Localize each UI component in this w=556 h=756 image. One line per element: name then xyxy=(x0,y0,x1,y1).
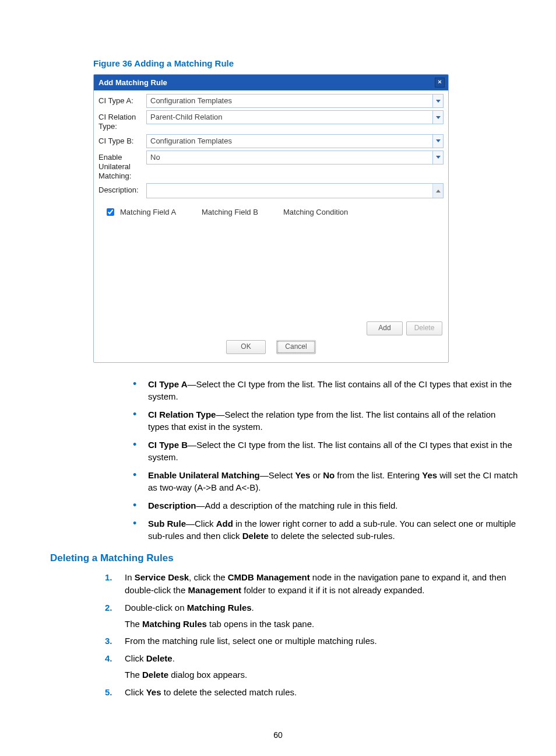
ci-relation-type-dropdown[interactable]: Parent-Child Relation xyxy=(146,110,444,124)
list-item: CI Type A—Select the CI type from the li… xyxy=(148,378,524,402)
enable-unilateral-value: No xyxy=(147,151,432,164)
ok-button[interactable]: OK xyxy=(226,340,266,354)
delete-button[interactable]: Delete xyxy=(406,321,442,335)
ci-relation-type-value: Parent-Child Relation xyxy=(147,111,432,124)
step-text: In Service Desk, click the CMDB Manageme… xyxy=(125,571,524,597)
step-text: Click Delete.The Delete dialog box appea… xyxy=(125,652,524,681)
procedure-step: 3.From the matching rule list, select on… xyxy=(125,635,524,648)
list-item: Description—Add a description of the mat… xyxy=(148,499,524,512)
step-number: 2. xyxy=(105,601,125,631)
procedure-step: 1.In Service Desk, click the CMDB Manage… xyxy=(125,571,524,597)
ci-type-a-label: CI Type A: xyxy=(98,94,146,106)
step-number: 4. xyxy=(105,652,125,681)
ci-type-b-dropdown[interactable]: Configuration Templates xyxy=(146,134,444,148)
list-item: CI Relation Type—Select the relation typ… xyxy=(148,408,524,433)
select-all-checkbox[interactable] xyxy=(107,208,114,216)
description-label: Description: xyxy=(98,183,146,195)
description-input[interactable] xyxy=(146,183,444,198)
col-matching-condition: Matching Condition xyxy=(283,208,442,216)
col-matching-field-b: Matching Field B xyxy=(202,208,283,216)
chevron-down-icon[interactable] xyxy=(432,135,443,148)
cancel-button[interactable]: Cancel xyxy=(276,340,316,354)
ci-type-a-value: Configuration Templates xyxy=(147,94,432,107)
section-heading: Deleting a Matching Rules xyxy=(50,552,524,564)
add-matching-rule-dialog: Add Matching Rule × CI Type A: Configura… xyxy=(93,74,449,363)
step-text: Click Yes to delete the selected match r… xyxy=(125,686,524,699)
procedure-steps: 1.In Service Desk, click the CMDB Manage… xyxy=(125,571,524,698)
step-text: From the matching rule list, select one … xyxy=(125,635,524,648)
step-number: 1. xyxy=(105,571,125,597)
ci-type-a-dropdown[interactable]: Configuration Templates xyxy=(146,94,444,108)
subrule-grid-header: Matching Field A Matching Field B Matchi… xyxy=(98,204,444,220)
chevron-down-icon[interactable] xyxy=(432,94,443,107)
chevron-down-icon[interactable] xyxy=(432,151,443,164)
col-matching-field-a: Matching Field A xyxy=(120,208,202,216)
add-button[interactable]: Add xyxy=(367,321,403,335)
step-number: 5. xyxy=(105,686,125,699)
ci-relation-type-label: CI Relation Type: xyxy=(98,110,146,132)
step-subtext: The Delete dialog box appears. xyxy=(125,668,524,681)
ci-type-b-label: CI Type B: xyxy=(98,134,146,146)
procedure-step: 2.Double-click on Matching Rules.The Mat… xyxy=(125,601,524,631)
procedure-step: 4.Click Delete.The Delete dialog box app… xyxy=(125,652,524,681)
list-item: CI Type B—Select the CI type from the li… xyxy=(148,439,524,463)
step-subtext: The Matching Rules tab opens in the task… xyxy=(125,618,524,631)
figure-caption: Figure 36 Adding a Matching Rule xyxy=(93,58,524,68)
step-number: 3. xyxy=(105,635,125,648)
scroll-up-icon[interactable] xyxy=(432,184,443,198)
chevron-down-icon[interactable] xyxy=(432,111,443,124)
dialog-titlebar: Add Matching Rule × xyxy=(94,75,448,90)
field-description-list: CI Type A—Select the CI type from the li… xyxy=(125,378,524,542)
close-icon[interactable]: × xyxy=(435,78,445,88)
procedure-step: 5.Click Yes to delete the selected match… xyxy=(125,686,524,699)
list-item: Sub Rule—Click Add in the lower right co… xyxy=(148,517,524,542)
page-number: 60 xyxy=(0,730,556,740)
enable-unilateral-label: Enable Unilateral Matching: xyxy=(98,150,146,181)
list-item: Enable Unilateral Matching—Select Yes or… xyxy=(148,469,524,494)
enable-unilateral-dropdown[interactable]: No xyxy=(146,150,444,164)
dialog-title: Add Matching Rule xyxy=(98,78,167,87)
dialog-body: CI Type A: Configuration Templates CI Re… xyxy=(94,90,448,362)
step-text: Double-click on Matching Rules.The Match… xyxy=(125,601,524,631)
subrule-grid-body xyxy=(98,220,444,318)
ci-type-b-value: Configuration Templates xyxy=(147,135,432,148)
